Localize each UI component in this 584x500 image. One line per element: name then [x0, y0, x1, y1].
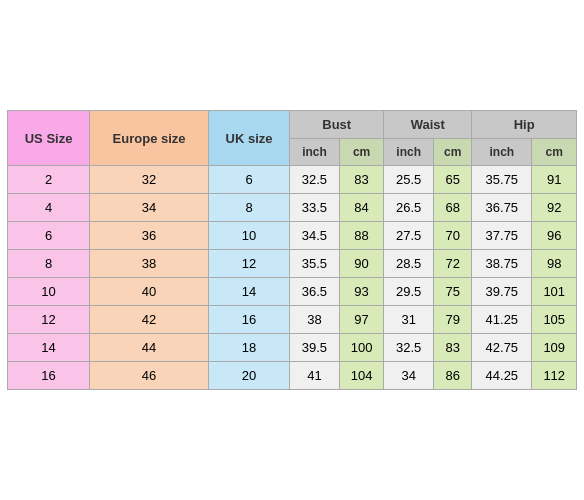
cell-hip-cm: 98: [532, 250, 577, 278]
cell-waist-cm: 83: [434, 334, 472, 362]
cell-uk: 6: [208, 166, 289, 194]
cell-us: 16: [8, 362, 90, 390]
waist-cm-header: cm: [434, 139, 472, 166]
cell-bust-inch: 41: [290, 362, 340, 390]
cell-bust-cm: 90: [339, 250, 384, 278]
cell-bust-inch: 34.5: [290, 222, 340, 250]
cell-eu: 44: [90, 334, 209, 362]
cell-hip-inch: 38.75: [472, 250, 532, 278]
cell-bust-cm: 83: [339, 166, 384, 194]
cell-eu: 40: [90, 278, 209, 306]
cell-bust-cm: 88: [339, 222, 384, 250]
cell-waist-cm: 68: [434, 194, 472, 222]
table-row: 1242163897317941.25105: [8, 306, 577, 334]
cell-eu: 42: [90, 306, 209, 334]
cell-hip-cm: 96: [532, 222, 577, 250]
cell-bust-inch: 36.5: [290, 278, 340, 306]
cell-us: 8: [8, 250, 90, 278]
cell-hip-cm: 109: [532, 334, 577, 362]
cell-waist-cm: 86: [434, 362, 472, 390]
cell-us: 2: [8, 166, 90, 194]
cell-hip-inch: 41.25: [472, 306, 532, 334]
table-row: 6361034.58827.57037.7596: [8, 222, 577, 250]
cell-waist-inch: 31: [384, 306, 434, 334]
cell-us: 4: [8, 194, 90, 222]
cell-us: 6: [8, 222, 90, 250]
table-row: 232632.58325.56535.7591: [8, 166, 577, 194]
cell-eu: 34: [90, 194, 209, 222]
cell-bust-cm: 93: [339, 278, 384, 306]
cell-hip-inch: 35.75: [472, 166, 532, 194]
cell-waist-inch: 27.5: [384, 222, 434, 250]
cell-uk: 14: [208, 278, 289, 306]
cell-waist-inch: 28.5: [384, 250, 434, 278]
cell-bust-inch: 32.5: [290, 166, 340, 194]
table-row: 16462041104348644.25112: [8, 362, 577, 390]
cell-eu: 38: [90, 250, 209, 278]
cell-hip-cm: 91: [532, 166, 577, 194]
cell-waist-inch: 26.5: [384, 194, 434, 222]
table-row: 10401436.59329.57539.75101: [8, 278, 577, 306]
cell-bust-inch: 39.5: [290, 334, 340, 362]
cell-hip-inch: 37.75: [472, 222, 532, 250]
cell-waist-inch: 29.5: [384, 278, 434, 306]
cell-waist-cm: 75: [434, 278, 472, 306]
cell-uk: 20: [208, 362, 289, 390]
header-eu: Europe size: [90, 111, 209, 166]
cell-uk: 8: [208, 194, 289, 222]
header-us: US Size: [8, 111, 90, 166]
cell-waist-inch: 34: [384, 362, 434, 390]
cell-uk: 18: [208, 334, 289, 362]
cell-waist-cm: 72: [434, 250, 472, 278]
cell-bust-inch: 38: [290, 306, 340, 334]
header-waist: Waist: [384, 111, 472, 139]
cell-hip-inch: 44.25: [472, 362, 532, 390]
cell-us: 10: [8, 278, 90, 306]
cell-hip-cm: 112: [532, 362, 577, 390]
bust-inch-header: inch: [290, 139, 340, 166]
cell-bust-cm: 100: [339, 334, 384, 362]
cell-waist-cm: 65: [434, 166, 472, 194]
header-uk: UK size: [208, 111, 289, 166]
bust-cm-header: cm: [339, 139, 384, 166]
cell-waist-inch: 25.5: [384, 166, 434, 194]
table-row: 8381235.59028.57238.7598: [8, 250, 577, 278]
cell-eu: 46: [90, 362, 209, 390]
cell-bust-cm: 84: [339, 194, 384, 222]
cell-hip-cm: 105: [532, 306, 577, 334]
cell-us: 12: [8, 306, 90, 334]
header-hip: Hip: [472, 111, 577, 139]
cell-uk: 12: [208, 250, 289, 278]
header-bust: Bust: [290, 111, 384, 139]
cell-eu: 36: [90, 222, 209, 250]
cell-bust-inch: 35.5: [290, 250, 340, 278]
cell-bust-inch: 33.5: [290, 194, 340, 222]
cell-uk: 16: [208, 306, 289, 334]
hip-cm-header: cm: [532, 139, 577, 166]
cell-waist-cm: 70: [434, 222, 472, 250]
table-row: 434833.58426.56836.7592: [8, 194, 577, 222]
cell-hip-cm: 92: [532, 194, 577, 222]
cell-waist-cm: 79: [434, 306, 472, 334]
cell-hip-cm: 101: [532, 278, 577, 306]
cell-waist-inch: 32.5: [384, 334, 434, 362]
hip-inch-header: inch: [472, 139, 532, 166]
cell-bust-cm: 97: [339, 306, 384, 334]
cell-bust-cm: 104: [339, 362, 384, 390]
cell-us: 14: [8, 334, 90, 362]
size-chart: US Size Europe size UK size Bust Waist H…: [7, 110, 577, 390]
table-row: 14441839.510032.58342.75109: [8, 334, 577, 362]
waist-inch-header: inch: [384, 139, 434, 166]
cell-eu: 32: [90, 166, 209, 194]
cell-hip-inch: 36.75: [472, 194, 532, 222]
cell-uk: 10: [208, 222, 289, 250]
cell-hip-inch: 42.75: [472, 334, 532, 362]
cell-hip-inch: 39.75: [472, 278, 532, 306]
